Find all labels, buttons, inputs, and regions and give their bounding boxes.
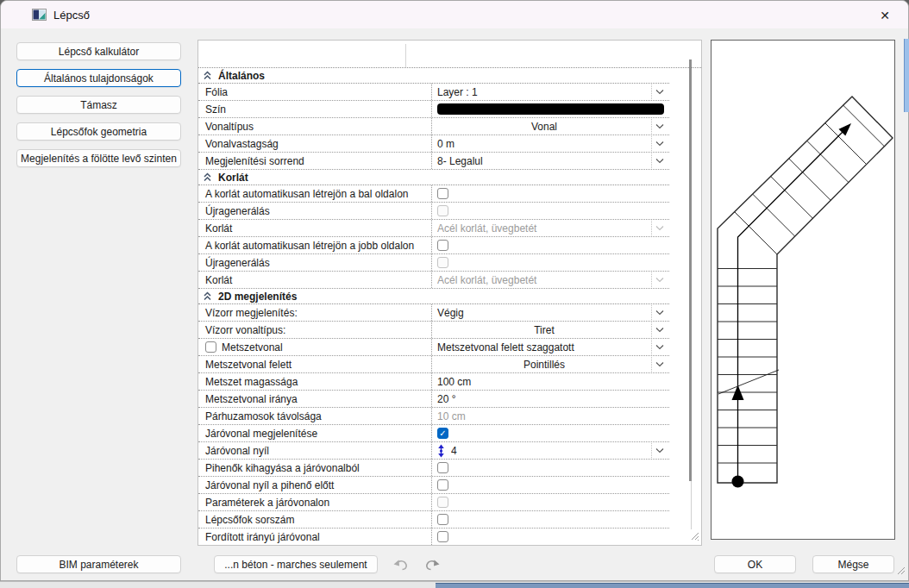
section-header[interactable]: 2D megjelenítés: [198, 289, 669, 304]
sidebar-button-4[interactable]: Lépcsőfok geometria: [16, 122, 181, 141]
property-label: Lépcsőfok sorszám: [205, 514, 294, 526]
property-row: Járóvonal nyíl4: [198, 442, 669, 460]
property-label: Párhuzamosok távolsága: [205, 410, 322, 422]
dialog-resize-grip[interactable]: [894, 564, 906, 578]
property-grid: ÁltalánosFóliaLayer : 1SzínVonaltípusVon…: [198, 68, 701, 546]
dropdown-value[interactable]: Layer : 1: [437, 86, 651, 98]
checkbox[interactable]: [437, 479, 448, 491]
property-value-cell: 10 cm: [432, 408, 669, 424]
chevron-down-icon[interactable]: [651, 443, 668, 458]
dialog-icon: [32, 9, 47, 21]
property-label-cell: Fólia: [198, 84, 432, 100]
property-label: Paraméterek a járóvonalon: [205, 497, 329, 509]
section-header[interactable]: Általános: [198, 68, 669, 84]
chevron-down-icon[interactable]: [651, 357, 668, 372]
checkbox[interactable]: ✓: [437, 428, 448, 439]
chevron-down-icon[interactable]: [651, 119, 668, 134]
property-label: Vonaltípus: [205, 121, 254, 133]
sidebar-button-5[interactable]: Megjelenítés a fölötte levő szinten: [16, 149, 181, 167]
dropdown-value[interactable]: 4: [451, 445, 651, 457]
property-row: Szín: [198, 101, 669, 118]
property-label: Metszetvonal: [222, 341, 283, 353]
property-value-cell: Vonal: [432, 118, 669, 134]
sidebar-button-1[interactable]: Lépcső kalkulátor: [16, 42, 181, 60]
property-label: A korlát automatikusan létrejön a bal ol…: [205, 188, 408, 200]
dropdown-value: Acél korlát, üvegbetét: [437, 274, 651, 286]
double-chevron-up-icon[interactable]: [203, 172, 212, 182]
double-chevron-up-icon[interactable]: [203, 71, 212, 80]
sidebar-button-2[interactable]: Általános tulajdonságok: [16, 69, 181, 87]
property-value-cell: Tiret: [432, 322, 669, 338]
stair-plan-drawing: [712, 41, 894, 539]
property-label-cell: Metszetvonal felett: [198, 356, 432, 372]
checkbox[interactable]: [437, 240, 448, 251]
chevron-down-icon[interactable]: [651, 84, 668, 99]
section-header[interactable]: Korlát: [198, 170, 669, 185]
property-label: Metszetvonal felett: [205, 359, 292, 371]
section-title: Korlát: [218, 172, 248, 184]
property-row: VonaltípusVonal: [198, 118, 669, 135]
property-label-cell: Paraméterek a járóvonalon: [198, 494, 432, 510]
dropdown-value[interactable]: 8- Legalul: [437, 155, 651, 167]
checkbox[interactable]: [205, 341, 216, 353]
bim-parameters-button[interactable]: BIM paraméterek: [16, 555, 181, 573]
dropdown-value[interactable]: Vonal: [437, 121, 651, 133]
property-label-cell: Járóvonal nyíl a pihenő előtt: [198, 477, 432, 493]
stair-style-button[interactable]: ...n béton - marches seulement: [214, 555, 378, 573]
chevron-down-icon[interactable]: [651, 322, 668, 337]
chevron-down-icon[interactable]: [651, 153, 668, 168]
walkline-arrow-updown-icon: [437, 444, 445, 458]
property-label: Vízorr vonaltípus:: [205, 324, 285, 336]
panel-resize-grip[interactable]: [689, 530, 699, 543]
double-chevron-up-icon[interactable]: [203, 291, 212, 301]
property-row: Járóvonal nyíl a pihenő előtt: [198, 477, 669, 494]
section-title: Általános: [218, 70, 265, 82]
property-row: Metszetvonal iránya20 °: [198, 391, 669, 408]
property-row: Vízorr vonaltípus:Tiret: [198, 322, 669, 339]
dropdown-value[interactable]: Tiret: [437, 324, 651, 336]
chevron-down-icon[interactable]: [651, 136, 668, 151]
property-value-cell: [432, 477, 669, 493]
stair-preview-viewport[interactable]: [711, 40, 895, 540]
footer-bar: BIM paraméterek ...n béton - marches seu…: [1, 554, 908, 576]
checkbox: [437, 205, 448, 216]
ok-button[interactable]: OK: [714, 555, 796, 573]
scrollbar-thumb[interactable]: [689, 59, 692, 481]
undo-arrow-icon[interactable]: [391, 557, 411, 572]
checkbox[interactable]: [437, 531, 448, 542]
property-row: MetszetvonalMetszetvonal felett szaggato…: [198, 339, 669, 356]
dropdown-value[interactable]: 0 m: [437, 138, 651, 150]
cancel-button[interactable]: Mégse: [812, 555, 894, 573]
dropdown-value[interactable]: Végig: [437, 307, 651, 319]
checkbox[interactable]: [437, 462, 448, 473]
property-row: Fordított irányú járóvonal: [198, 529, 669, 546]
checkbox[interactable]: [437, 514, 448, 525]
property-value-cell: Pointillés: [432, 356, 669, 372]
property-label: Pihenők kihagyása a járóvonalból: [205, 462, 360, 474]
chevron-down-icon[interactable]: [651, 305, 668, 320]
property-label-cell: Vonaltípus: [198, 118, 432, 134]
redo-arrow-icon[interactable]: [422, 557, 442, 572]
checkbox[interactable]: [437, 188, 448, 199]
property-grid-panel: ÁltalánosFóliaLayer : 1SzínVonaltípusVon…: [197, 40, 702, 546]
property-value-cell: [432, 494, 669, 510]
property-label: Vízorr megjelenítés:: [205, 307, 298, 319]
sidebar-button-3[interactable]: Támasz: [16, 96, 181, 114]
dialog-title: Lépcső: [53, 9, 90, 22]
property-label-cell: Párhuzamosok távolsága: [198, 408, 432, 424]
property-label-cell: Megjelenítési sorrend: [198, 153, 432, 169]
close-icon[interactable]: ✕: [870, 4, 900, 27]
property-label-cell: Metszetvonal: [198, 339, 432, 355]
text-value[interactable]: 100 cm: [437, 376, 669, 388]
dropdown-value[interactable]: Pointillés: [437, 359, 651, 371]
property-row: A korlát automatikusan létrejön a bal ol…: [198, 185, 669, 203]
property-label-cell: Korlát: [198, 272, 432, 288]
color-swatch-bar[interactable]: [437, 103, 664, 115]
property-label: Megjelenítési sorrend: [205, 155, 304, 167]
property-label-cell: A korlát automatikusan létrejön a bal ol…: [198, 185, 432, 202]
dropdown-value[interactable]: Metszetvonal felett szaggatott: [437, 341, 651, 353]
text-value[interactable]: 20 °: [437, 393, 669, 405]
section-title: 2D megjelenítés: [218, 291, 297, 303]
property-row: Metszetvonal felettPointillés: [198, 356, 669, 373]
chevron-down-icon[interactable]: [651, 340, 668, 354]
